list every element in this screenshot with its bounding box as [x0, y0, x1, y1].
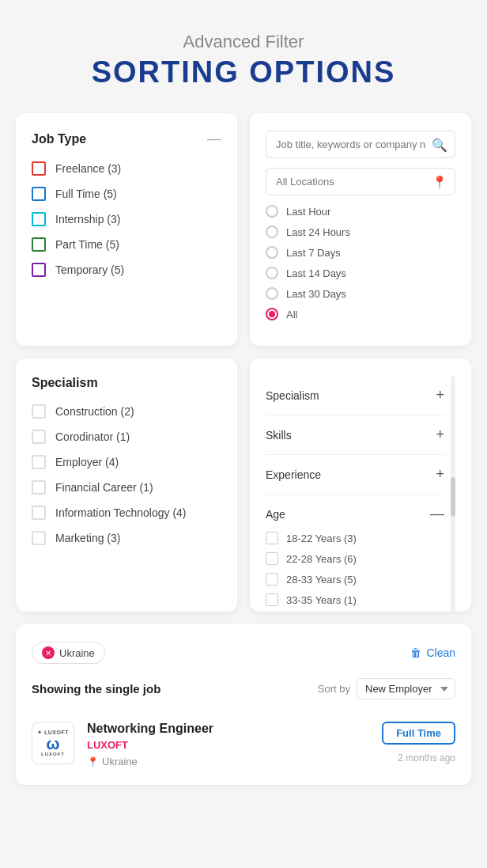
radio-circle-last-14[interactable]	[266, 267, 278, 279]
age-item-18-22[interactable]: 18-22 Years (3)	[266, 532, 444, 544]
checkbox-internship[interactable]	[32, 212, 46, 226]
location-input[interactable]	[266, 168, 455, 195]
radio-last-24[interactable]: Last 24 Hours	[266, 226, 455, 238]
specialism-title: Specialism	[32, 376, 221, 390]
radio-last-hour[interactable]: Last Hour	[266, 205, 455, 218]
results-card: ✕ Ukraine 🗑 Clean Showing the single job…	[16, 624, 471, 785]
radio-circle-last-7[interactable]	[266, 246, 278, 259]
accordion-list: Specialism + Skills + Experience +	[266, 376, 444, 612]
tag-remove-button[interactable]: ✕	[42, 646, 55, 659]
accordion-age: Age — 18-22 Years (3) 22-28 Years (6)	[266, 495, 444, 612]
page-header: Advanced Filter SORTING OPTIONS	[16, 16, 471, 89]
clean-button[interactable]: 🗑 Clean	[410, 646, 455, 659]
accordion-collapse-age[interactable]: —	[430, 506, 444, 522]
checkbox-construction[interactable]	[32, 404, 46, 419]
accordion-specialism: Specialism +	[266, 376, 444, 415]
top-row: Job Type — Freelance (3) Full Time (5) I…	[16, 113, 471, 346]
checkbox-it[interactable]	[32, 506, 46, 520]
job-type-title: Job Type —	[32, 131, 221, 147]
radio-circle-last-hour[interactable]	[266, 205, 278, 218]
radio-all[interactable]: All	[266, 308, 455, 320]
checkbox-temporary[interactable]	[32, 263, 46, 277]
radio-circle-all[interactable]	[266, 308, 278, 320]
header-subtitle: Advanced Filter	[16, 32, 471, 52]
job-location: 📍 Ukraine	[87, 756, 369, 768]
job-info: Networking Engineer LUXOFT 📍 Ukraine	[87, 722, 369, 768]
list-item[interactable]: Construction (2)	[32, 404, 221, 419]
checkbox-fulltime[interactable]	[32, 187, 46, 201]
job-type-list: Freelance (3) Full Time (5) Internship (…	[32, 161, 221, 277]
checkbox-marketing[interactable]	[32, 531, 46, 545]
sort-by-label: Sort by	[318, 683, 350, 695]
accordion-skills: Skills +	[266, 415, 444, 455]
scrollbar-thumb[interactable]	[451, 477, 455, 517]
list-item[interactable]: Information Technology (4)	[32, 506, 221, 520]
radio-circle-last-24[interactable]	[266, 226, 278, 238]
job-card: ✦ LUXOFT ω LUXOFT Networking Engineer LU…	[32, 714, 455, 768]
job-title: Networking Engineer	[87, 722, 369, 736]
location-pin-icon: 📍	[87, 756, 99, 768]
checkbox-coordinator[interactable]	[32, 430, 46, 444]
list-item[interactable]: Internship (3)	[32, 212, 221, 226]
search-icon[interactable]: 🔍	[432, 137, 447, 152]
showing-count: Showing the single job	[32, 682, 160, 696]
job-meta: Full Time 2 months ago	[382, 722, 455, 764]
age-list: 18-22 Years (3) 22-28 Years (6) 28-33 Ye…	[266, 532, 444, 606]
middle-row: Specialism Construction (2) Corodinator …	[16, 358, 471, 612]
age-item-28-33[interactable]: 28-33 Years (5)	[266, 573, 444, 586]
list-item[interactable]: Corodinator (1)	[32, 430, 221, 444]
job-search-wrap: 🔍	[266, 131, 455, 158]
radio-last-30[interactable]: Last 30 Days	[266, 287, 455, 300]
list-item[interactable]: Part Time (5)	[32, 237, 221, 252]
location-search-wrap: 📍	[266, 168, 455, 195]
specialism-list: Construction (2) Corodinator (1) Employe…	[32, 404, 221, 545]
accordion-experience: Experience +	[266, 455, 444, 495]
sort-row: Sort by New Employer	[318, 678, 455, 699]
age-checkbox-28-33[interactable]	[266, 573, 278, 586]
list-item[interactable]: Temporary (5)	[32, 263, 221, 277]
list-item[interactable]: Financial Career (1)	[32, 480, 221, 495]
job-type-badge: Full Time	[382, 722, 455, 745]
location-icon[interactable]: 📍	[432, 174, 447, 189]
accordion-expand-specialism[interactable]: +	[436, 387, 444, 404]
list-item[interactable]: Employer (4)	[32, 455, 221, 469]
scrollbar[interactable]	[451, 376, 455, 612]
company-logo: ✦ LUXOFT ω LUXOFT	[32, 722, 74, 764]
age-checkbox-18-22[interactable]	[266, 532, 278, 544]
checkbox-parttime[interactable]	[32, 237, 46, 252]
collapse-icon[interactable]: —	[207, 131, 221, 147]
age-item-22-28[interactable]: 22-28 Years (6)	[266, 552, 444, 565]
job-posted-time: 2 months ago	[398, 752, 455, 764]
trash-icon: 🗑	[410, 646, 421, 659]
specialism-left-card: Specialism Construction (2) Corodinator …	[16, 358, 237, 612]
active-filter-tag: ✕ Ukraine	[32, 642, 105, 664]
results-meta: Showing the single job Sort by New Emplo…	[32, 678, 455, 699]
age-checkbox-22-28[interactable]	[266, 552, 278, 565]
accordion-expand-skills[interactable]: +	[436, 426, 444, 443]
checkbox-financial[interactable]	[32, 480, 46, 495]
radio-circle-last-30[interactable]	[266, 287, 278, 300]
sort-select[interactable]: New Employer	[357, 678, 455, 699]
radio-last-7[interactable]: Last 7 Days	[266, 246, 455, 259]
job-company: LUXOFT	[87, 739, 369, 751]
date-filter-group: Last Hour Last 24 Hours Last 7 Days Last…	[266, 205, 455, 320]
job-search-input[interactable]	[266, 131, 455, 158]
accordion-expand-experience[interactable]: +	[436, 466, 444, 483]
job-type-card: Job Type — Freelance (3) Full Time (5) I…	[16, 113, 237, 346]
list-item[interactable]: Full Time (5)	[32, 187, 221, 201]
filter-tag-row: ✕ Ukraine 🗑 Clean	[32, 642, 455, 664]
age-checkbox-33-35[interactable]	[266, 593, 278, 606]
list-item[interactable]: Freelance (3)	[32, 161, 221, 176]
search-filter-card: 🔍 📍 Last Hour Last 24 Hours Last 7 Days …	[250, 113, 471, 346]
header-title: SORTING OPTIONS	[16, 55, 471, 89]
checkbox-employer[interactable]	[32, 455, 46, 469]
age-item-33-35[interactable]: 33-35 Years (1)	[266, 593, 444, 606]
filter-accordion-card: Specialism + Skills + Experience +	[250, 358, 471, 612]
checkbox-freelance[interactable]	[32, 161, 46, 176]
radio-last-14[interactable]: Last 14 Days	[266, 267, 455, 279]
list-item[interactable]: Marketing (3)	[32, 531, 221, 545]
